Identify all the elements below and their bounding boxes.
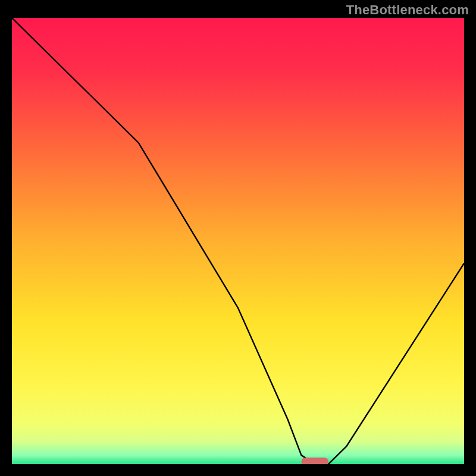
optimal-marker bbox=[301, 458, 328, 464]
chart-svg bbox=[12, 18, 464, 464]
watermark-text: TheBottleneck.com bbox=[346, 2, 469, 18]
chart-frame: TheBottleneck.com bbox=[0, 0, 476, 476]
bottleneck-chart bbox=[12, 18, 464, 464]
